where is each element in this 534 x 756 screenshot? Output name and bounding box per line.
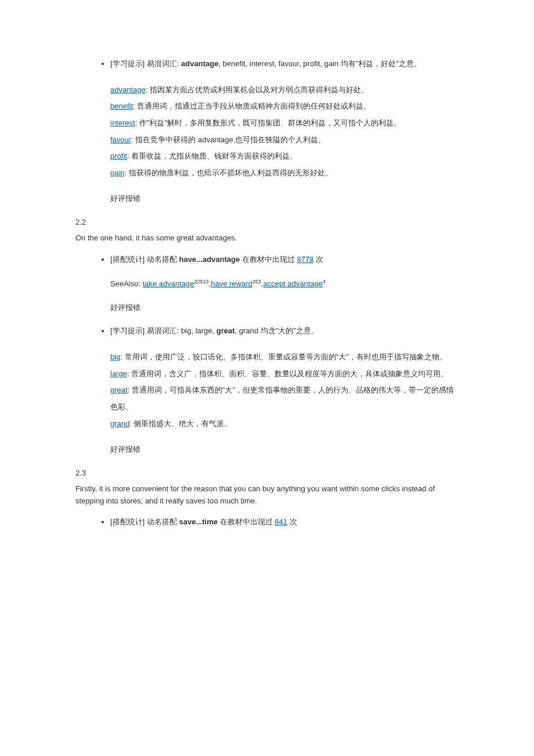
def-text: : 作"利益"解时，多用复数形式，既可指集团、群体的利益，又可指个人的利益。 xyxy=(135,118,401,127)
actions-like-report[interactable]: 好评报错 xyxy=(110,444,459,456)
colloc-suffix: 次 xyxy=(287,517,297,526)
def-text: : 指因某方面占优势或利用某机会以及对方弱点而获得利益与好处。 xyxy=(146,85,369,94)
actions-like-report[interactable]: 好评报错 xyxy=(110,193,459,205)
seealso-sup: 4 xyxy=(323,279,326,285)
collocation-item-save-time: [搭配统计] 动名搭配 save...time 在教材中出现过 841 次 xyxy=(110,516,459,528)
tip-item-great: [学习提示] 易混词汇: big, large, great, grand 均含… xyxy=(110,325,459,456)
colloc-count-link[interactable]: 841 xyxy=(275,517,287,526)
tip-tag: [学习提示] xyxy=(110,326,145,335)
definition-list-great: big: 常用词，使用广泛，较口语化。多指体积、重量或容量等方面的"大"，有时也… xyxy=(110,349,459,432)
tip-label-prefix: 易混词汇: xyxy=(145,59,181,68)
def-text: : 普通用词，可指具体东西的"大"，但更常指事物的重要，人的行为、品格的伟大等，… xyxy=(110,386,454,411)
def-text: : 指在竞争中获得的 advantage,也可指在狭隘的个人利益。 xyxy=(131,135,326,144)
seealso-sup: 22513 xyxy=(194,279,209,285)
def-row: interest: 作"利益"解时，多用复数形式，既可指集团、群体的利益，又可指… xyxy=(110,115,459,132)
section-number-23: 2.3 xyxy=(75,467,459,480)
definition-list-advantage: advantage: 指因某方面占优势或利用某机会以及对方弱点而获得利益与好处。… xyxy=(110,82,459,182)
collocation-item-have-advantage: [搭配统计] 动名搭配 have...advantage 在教材中出现过 877… xyxy=(110,254,459,314)
colloc-tag: [搭配统计] xyxy=(110,517,145,526)
def-row: large: 普通用词，含义广，指体积、面积、容量、数量以及程度等方面的大，具体… xyxy=(110,366,459,383)
def-link-advantage[interactable]: advantage xyxy=(110,85,146,94)
def-row: profit: 着重收益，尤指从物质、钱财等方面获得的利益。 xyxy=(110,148,459,165)
def-text: : 指获得的物质利益，也暗示不损坏他人利益而得的无形好处。 xyxy=(125,168,333,177)
sentence-22: On the one hand, it has some great advan… xyxy=(75,232,459,244)
colloc-tag: [搭配统计] xyxy=(110,255,145,264)
def-link-large[interactable]: large xyxy=(110,369,127,378)
def-text: : 常用词，使用广泛，较口语化。多指体积、重量或容量等方面的"大"，有时也用于描… xyxy=(120,352,446,361)
colloc-bold-word: save...time xyxy=(179,517,218,526)
seealso-link[interactable]: accept advantage xyxy=(263,279,323,288)
tip-tag: [学习提示] xyxy=(110,59,145,68)
def-link-profit[interactable]: profit xyxy=(110,152,127,160)
tips-list-3: [搭配统计] 动名搭配 save...time 在教材中出现过 841 次 xyxy=(75,516,459,528)
def-row: big: 常用词，使用广泛，较口语化。多指体积、重量或容量等方面的"大"，有时也… xyxy=(110,349,459,366)
colloc-count-link[interactable]: 8778 xyxy=(297,255,313,264)
def-text: : 普通用词，指通过正当手段从物质或精神方面得到的任何好处或利益。 xyxy=(133,102,371,110)
seealso-link[interactable]: take advantage xyxy=(143,279,194,288)
def-row: great: 普通用词，可指具体东西的"大"，但更常指事物的重要，人的行为、品格… xyxy=(110,382,459,415)
def-row: gain: 指获得的物质利益，也暗示不损坏他人利益而得的无形好处。 xyxy=(110,165,459,182)
def-link-great[interactable]: great xyxy=(110,386,128,394)
section-number-22: 2.2 xyxy=(75,217,459,229)
def-text: : 普通用词，含义广，指体积、面积、容量、数量以及程度等方面的大，具体或抽象意义… xyxy=(127,369,448,378)
seealso-sup: 253 xyxy=(252,279,261,285)
tip-bold-word: great xyxy=(217,326,235,335)
tips-list-2: [搭配统计] 动名搭配 have...advantage 在教材中出现过 877… xyxy=(75,254,459,456)
colloc-prefix: 动名搭配 xyxy=(145,517,179,526)
def-link-big[interactable]: big xyxy=(110,352,120,361)
seealso-label: SeeAlso: xyxy=(110,279,143,288)
def-row: favour: 指在竞争中获得的 advantage,也可指在狭隘的个人利益。 xyxy=(110,132,459,149)
def-link-grand[interactable]: grand xyxy=(110,419,129,428)
tip-bold-word: advantage xyxy=(181,59,218,68)
colloc-bold-word: have...advantage xyxy=(179,255,240,264)
def-row: advantage: 指因某方面占优势或利用某机会以及对方弱点而获得利益与好处。 xyxy=(110,82,459,99)
tip-label-prefix: 易混词汇: big, large, xyxy=(145,326,217,335)
tip-item-advantage: [学习提示] 易混词汇: advantage, benefit, interes… xyxy=(110,58,459,205)
seealso-link[interactable]: have reward xyxy=(211,279,252,288)
tip-label-suffix: , grand 均含"大的"之意。 xyxy=(235,326,319,335)
colloc-suffix: 次 xyxy=(313,255,323,264)
colloc-mid: 在教材中出现过 xyxy=(218,517,275,526)
tip-label-suffix: , benefit, interest, favour, profit, gai… xyxy=(218,59,421,68)
seealso-block: SeeAlso: take advantage22513,have reward… xyxy=(110,278,459,290)
actions-like-report[interactable]: 好评报错 xyxy=(110,302,459,314)
def-text: : 着重收益，尤指从物质、钱财等方面获得的利益。 xyxy=(127,152,297,160)
colloc-prefix: 动名搭配 xyxy=(145,255,179,264)
def-text: : 侧重指盛大、绝大，有气派。 xyxy=(129,419,232,428)
def-link-interest[interactable]: interest xyxy=(110,118,135,127)
def-link-favour[interactable]: favour xyxy=(110,135,131,144)
sentence-23: Firstly, it is more convenient for the r… xyxy=(75,483,459,507)
def-link-benefit[interactable]: benefit xyxy=(110,102,133,110)
def-link-gain[interactable]: gain xyxy=(110,168,125,177)
def-row: grand: 侧重指盛大、绝大，有气派。 xyxy=(110,416,459,433)
def-row: benefit: 普通用词，指通过正当手段从物质或精神方面得到的任何好处或利益。 xyxy=(110,98,459,115)
tips-list-1: [学习提示] 易混词汇: advantage, benefit, interes… xyxy=(75,58,459,205)
colloc-mid: 在教材中出现过 xyxy=(240,255,297,264)
